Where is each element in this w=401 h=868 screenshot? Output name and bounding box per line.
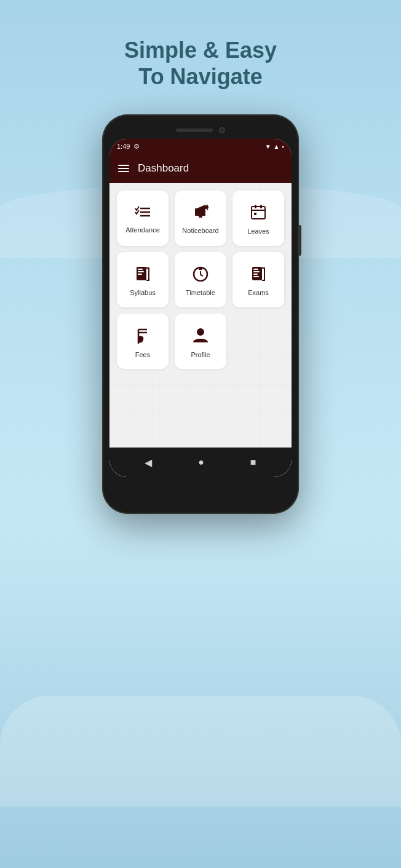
svg-line-8 [207, 209, 208, 210]
svg-rect-22 [252, 267, 262, 280]
syllabus-icon [135, 266, 151, 284]
phone-camera [219, 127, 225, 133]
exams-icon [250, 266, 266, 284]
svg-rect-4 [195, 208, 197, 216]
profile-icon [193, 326, 208, 346]
fees-icon [135, 326, 151, 346]
app-header: Dashboard [109, 154, 292, 183]
svg-rect-25 [253, 274, 258, 275]
svg-rect-10 [255, 205, 256, 208]
timetable-label: Timetable [186, 289, 215, 296]
page-headline: Simple & Easy To Navigate [124, 37, 277, 90]
card-noticeboard[interactable]: Noticeboard [175, 191, 226, 246]
card-timetable[interactable]: Timetable [175, 252, 226, 307]
nav-back-button[interactable]: ◀ [145, 457, 152, 468]
app-header-title: Dashboard [138, 162, 189, 175]
svg-rect-11 [260, 205, 262, 208]
status-bar: 1:49 ⚙ ▼ ▲ ▪ [109, 139, 292, 154]
exams-label: Exams [248, 289, 269, 296]
fees-label: Fees [135, 351, 150, 358]
svg-rect-15 [138, 269, 143, 270]
svg-rect-16 [138, 271, 144, 272]
bg-wave-2 [0, 696, 401, 807]
grid-row-3: Fees Profile [117, 314, 284, 369]
svg-marker-3 [197, 205, 205, 216]
status-time: 1:49 [117, 143, 130, 150]
nav-home-button[interactable]: ● [198, 457, 204, 468]
phone-power-button [299, 225, 301, 256]
nav-bar: ◀ ● ■ [109, 448, 292, 477]
svg-rect-13 [254, 213, 256, 215]
battery-icon: ▪ [282, 143, 284, 150]
svg-rect-9 [252, 207, 265, 219]
profile-label: Profile [191, 351, 210, 358]
svg-rect-24 [253, 271, 260, 272]
card-exams[interactable]: Exams [232, 252, 284, 307]
svg-rect-14 [137, 267, 146, 280]
status-right: ▼ ▲ ▪ [265, 143, 284, 150]
card-syllabus[interactable]: Syllabus [117, 252, 169, 307]
dashboard-grid: Attendance Noticeboard [109, 183, 292, 448]
svg-line-7 [207, 205, 208, 205]
svg-point-6 [205, 205, 208, 209]
svg-rect-19 [199, 267, 202, 270]
gear-icon: ⚙ [133, 143, 140, 151]
leaves-icon [250, 204, 266, 223]
phone-screen: 1:49 ⚙ ▼ ▲ ▪ Dashboard [109, 139, 292, 477]
svg-rect-5 [199, 216, 202, 218]
leaves-label: Leaves [247, 227, 269, 235]
grid-row-2: Syllabus Timetable [117, 252, 284, 307]
syllabus-label: Syllabus [130, 289, 156, 296]
svg-point-18 [194, 267, 207, 281]
signal-icon: ▲ [274, 143, 280, 150]
nav-recents-button[interactable]: ■ [250, 457, 256, 468]
grid-row-1: Attendance Noticeboard [117, 191, 284, 246]
svg-point-30 [197, 328, 204, 336]
svg-rect-26 [253, 276, 259, 277]
phone-top-notch [109, 122, 292, 139]
timetable-icon [193, 266, 208, 284]
svg-rect-17 [138, 274, 142, 275]
svg-line-21 [200, 275, 203, 276]
hamburger-menu-icon[interactable] [118, 165, 129, 172]
card-attendance[interactable]: Attendance [117, 191, 169, 246]
card-leaves[interactable]: Leaves [232, 191, 284, 246]
phone-mockup: 1:49 ⚙ ▼ ▲ ▪ Dashboard [102, 114, 299, 514]
card-profile[interactable]: Profile [175, 314, 226, 369]
noticeboard-icon [192, 205, 209, 222]
svg-rect-23 [253, 269, 258, 270]
phone-speaker [176, 128, 213, 132]
attendance-icon [134, 205, 151, 221]
attendance-label: Attendance [125, 226, 160, 234]
card-fees[interactable]: Fees [117, 314, 169, 369]
wifi-icon: ▼ [265, 143, 271, 150]
noticeboard-label: Noticeboard [182, 227, 218, 234]
status-left: 1:49 ⚙ [117, 143, 140, 151]
